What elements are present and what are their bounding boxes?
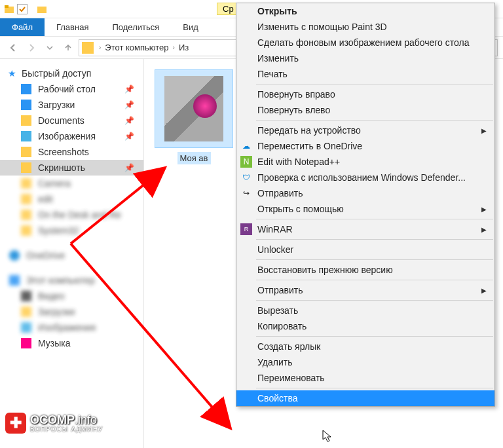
context-menu: Открыть Изменить с помощью Paint 3D Сдел… <box>236 3 495 407</box>
sidebar-item-label: Скриншоть <box>38 162 85 173</box>
sidebar-item-desktop[interactable]: Рабочий стол 📌 <box>0 81 143 97</box>
ctx-notepadpp[interactable]: NEdit with Notepad++ <box>236 154 494 170</box>
sidebar-item-documents[interactable]: Documents 📌 <box>0 113 143 128</box>
ctx-label: Восстановить прежнюю версию <box>257 265 393 275</box>
folder-icon <box>21 307 31 317</box>
ctx-share[interactable]: ↪Отправить <box>236 185 494 201</box>
star-icon: ★ <box>8 68 16 79</box>
file-thumbnail[interactable]: Моя ав <box>155 69 233 164</box>
tab-share[interactable]: Поделиться <box>100 18 171 36</box>
sidebar-item-label: Рабочий стол <box>38 84 96 94</box>
videos-icon <box>21 291 31 301</box>
ctx-edit[interactable]: Изменить <box>236 50 494 66</box>
tab-view[interactable]: Вид <box>171 18 210 36</box>
sidebar-item-blurred[interactable]: System32 <box>0 223 143 238</box>
sidebar-item-screenshots[interactable]: Screenshots <box>0 144 143 160</box>
checkbox-icon[interactable] <box>17 4 28 14</box>
chevron-right-icon: ▶ <box>481 226 487 233</box>
folder-icon <box>21 194 31 204</box>
watermark-badge-icon: ✚ <box>5 413 26 434</box>
chevron-right-icon[interactable]: › <box>98 44 102 51</box>
chevron-right-icon: ▶ <box>481 206 487 213</box>
ctx-open-with[interactable]: Открыть с помощью▶ <box>236 201 494 217</box>
ctx-rotate-left[interactable]: Повернуть влево <box>236 102 494 118</box>
pin-icon: 📌 <box>124 84 134 94</box>
ctx-label: Сделать фоновым изображением рабочего ст… <box>257 37 469 48</box>
ctx-onedrive[interactable]: ☁Переместить в OneDrive <box>236 138 494 154</box>
ctx-label: Открыть <box>257 6 297 16</box>
ctx-label: Открыть с помощью <box>257 204 344 214</box>
ctx-send-to[interactable]: Отправить▶ <box>236 282 494 298</box>
pin-icon: 📌 <box>124 116 134 125</box>
ctx-label: Передать на устройство <box>257 125 361 136</box>
nav-back-button[interactable] <box>5 40 21 56</box>
pin-icon: 📌 <box>124 100 134 109</box>
nav-up-button[interactable] <box>60 40 76 56</box>
sidebar-item-onedrive[interactable]: OneDrive <box>0 248 143 263</box>
thumbnail-selection[interactable] <box>155 69 233 148</box>
ctx-paint3d[interactable]: Изменить с помощью Paint 3D <box>236 19 494 35</box>
folder-icon <box>21 225 31 236</box>
ctx-cut[interactable]: Вырезать <box>236 303 494 318</box>
ctx-separator <box>256 84 493 84</box>
notepad-icon: N <box>240 156 252 168</box>
ctx-print[interactable]: Печать <box>236 66 494 82</box>
tab-home[interactable]: Главная <box>45 18 100 36</box>
winrar-icon: R <box>240 223 252 235</box>
watermark-sub: ВОПРОСЫ АДМИНУ <box>30 426 103 433</box>
ctx-cast[interactable]: Передать на устройство▶ <box>236 122 494 138</box>
quick-access-header[interactable]: ★ Быстрый доступ <box>0 65 143 81</box>
mouse-cursor-icon <box>322 430 333 443</box>
chevron-right-icon[interactable]: › <box>172 44 176 51</box>
ctx-restore-version[interactable]: Восстановить прежнюю версию <box>236 262 494 278</box>
pin-icon: 📌 <box>124 163 134 172</box>
folder-icon <box>21 147 31 157</box>
ctx-create-shortcut[interactable]: Создать ярлык <box>236 339 494 354</box>
desktop-icon <box>21 84 31 94</box>
breadcrumb-root[interactable]: Этот компьютер <box>102 43 171 52</box>
tab-file[interactable]: Файл <box>0 18 45 36</box>
breadcrumb-leaf[interactable]: Из <box>176 43 191 52</box>
folder-icon <box>4 4 14 14</box>
ctx-defender[interactable]: 🛡Проверка с использованием Windows Defen… <box>236 170 494 185</box>
ctx-rotate-right[interactable]: Повернуть вправо <box>236 86 494 102</box>
ctx-winrar[interactable]: RWinRAR▶ <box>236 221 494 237</box>
pictures-icon <box>21 131 31 141</box>
sidebar-item-blurred[interactable]: On the Desk and Re <box>0 207 143 223</box>
ctx-label: Печать <box>257 69 288 79</box>
ctx-rename[interactable]: Переименовать <box>236 370 494 386</box>
sidebar-item-music[interactable]: Музыка <box>0 335 143 351</box>
nav-forward-button[interactable] <box>24 40 39 56</box>
ctx-label: Повернуть влево <box>257 105 330 115</box>
navigation-pane: ★ Быстрый доступ Рабочий стол 📌 Загрузки… <box>0 59 144 448</box>
ctx-separator <box>256 300 493 301</box>
sidebar-item-blurred[interactable]: Видео <box>0 288 143 304</box>
ctx-label: Unlocker <box>257 244 293 255</box>
sidebar-item-pictures[interactable]: Изображения 📌 <box>0 128 143 144</box>
sidebar-item-thispc[interactable]: Этот компьютер <box>0 272 143 288</box>
ctx-label: WinRAR <box>257 224 293 234</box>
file-name-label[interactable]: Моя ав <box>177 152 211 164</box>
ctx-open[interactable]: Открыть <box>236 3 494 19</box>
nav-history-dropdown[interactable] <box>42 40 58 56</box>
ctx-label: Повернуть вправо <box>257 89 335 100</box>
sidebar-item-blurred[interactable]: Изображения <box>0 320 143 335</box>
ctx-unlocker[interactable]: Unlocker <box>236 242 494 257</box>
sidebar-item-downloads[interactable]: Загрузки 📌 <box>0 97 143 113</box>
ctx-delete[interactable]: Удалить <box>236 354 494 370</box>
ctx-copy[interactable]: Копировать <box>236 318 494 334</box>
pictures-icon <box>21 322 31 333</box>
ctx-label: Отправить <box>257 188 303 198</box>
ctx-label: Изменить с помощью Paint 3D <box>257 22 387 32</box>
ctx-wallpaper[interactable]: Сделать фоновым изображением рабочего ст… <box>236 35 494 50</box>
sidebar-item-blurred[interactable]: Camera <box>0 176 143 191</box>
onedrive-icon: ☁ <box>240 140 252 152</box>
qat-separator <box>30 4 34 14</box>
folder-small-icon <box>37 4 47 14</box>
ctx-label: Edit with Notepad++ <box>257 157 340 167</box>
sidebar-item-screenshots-ru[interactable]: Скриншоть 📌 <box>0 160 143 176</box>
svg-rect-2 <box>37 7 47 13</box>
sidebar-item-blurred[interactable]: Загрузки <box>0 304 143 320</box>
ctx-properties[interactable]: Свойства <box>236 390 494 406</box>
sidebar-item-blurred[interactable]: edit <box>0 191 143 207</box>
